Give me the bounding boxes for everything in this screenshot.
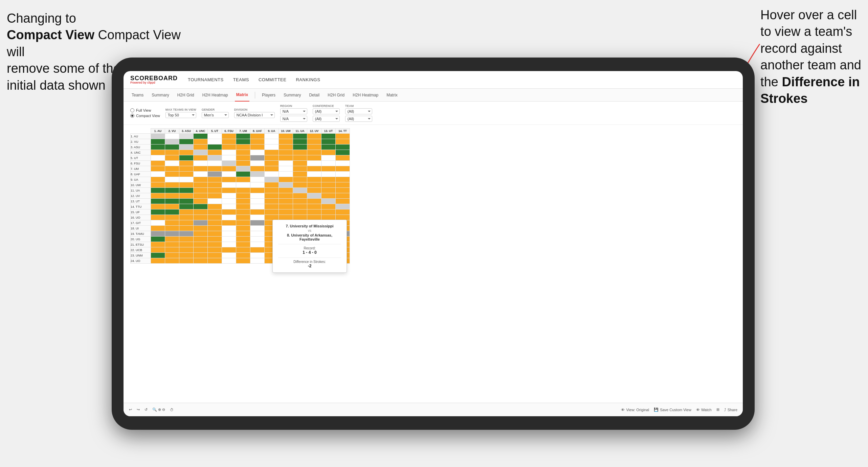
share-options-button[interactable]: ⊞ [716,407,719,412]
matrix-cell[interactable] [250,134,265,139]
matrix-cell[interactable] [279,177,293,182]
matrix-cell[interactable] [293,150,307,155]
matrix-cell[interactable] [336,134,350,139]
matrix-cell[interactable] [222,150,236,155]
matrix-cell[interactable] [321,188,336,193]
gender-select[interactable]: Men's [202,112,229,118]
matrix-cell[interactable] [279,150,293,155]
matrix-cell[interactable] [194,139,208,144]
matrix-cell[interactable] [250,237,265,242]
matrix-cell[interactable] [165,258,179,264]
matrix-cell[interactable] [194,188,208,193]
matrix-cell[interactable] [165,220,179,226]
matrix-cell[interactable] [151,215,165,220]
matrix-cell[interactable] [222,226,236,231]
matrix-cell[interactable] [236,258,250,264]
matrix-cell[interactable] [236,193,250,199]
sub-nav-players[interactable]: Players [261,89,277,102]
matrix-cell[interactable] [165,161,179,166]
matrix-cell[interactable] [279,182,293,188]
matrix-cell[interactable] [179,209,194,215]
matrix-cell[interactable] [321,166,336,172]
matrix-cell[interactable] [165,237,179,242]
matrix-cell[interactable] [279,209,293,215]
matrix-cell[interactable] [208,199,222,204]
matrix-cell[interactable] [265,204,279,209]
matrix-cell[interactable] [208,193,222,199]
matrix-cell[interactable] [293,193,307,199]
matrix-cell[interactable] [293,199,307,204]
matrix-cell[interactable] [151,220,165,226]
matrix-cell[interactable] [179,231,194,237]
matrix-cell[interactable] [165,134,179,139]
matrix-cell[interactable] [279,144,293,150]
matrix-cell[interactable] [194,193,208,199]
matrix-cell[interactable] [307,188,321,193]
matrix-cell[interactable] [307,155,321,161]
nav-tournaments[interactable]: TOURNAMENTS [188,77,224,82]
matrix-cell[interactable] [179,139,194,144]
matrix-cell[interactable] [307,182,321,188]
matrix-cell[interactable] [194,182,208,188]
matrix-cell[interactable] [208,161,222,166]
matrix-cell[interactable] [250,188,265,193]
matrix-cell[interactable] [279,204,293,209]
matrix-cell[interactable] [279,139,293,144]
sub-nav-h2h-heatmap-left[interactable]: H2H Heatmap [201,89,229,102]
matrix-cell[interactable] [293,177,307,182]
matrix-cell[interactable] [222,182,236,188]
sub-nav-summary-left[interactable]: Summary [150,89,170,102]
matrix-cell[interactable] [151,258,165,264]
matrix-cell[interactable] [336,188,350,193]
matrix-cell[interactable] [265,144,279,150]
matrix-cell[interactable] [194,231,208,237]
matrix-cell[interactable] [336,204,350,209]
matrix-cell[interactable] [293,144,307,150]
matrix-cell[interactable] [208,242,222,247]
matrix-cell[interactable] [179,177,194,182]
matrix-cell[interactable] [307,134,321,139]
matrix-cell[interactable] [165,172,179,177]
matrix-cell[interactable] [265,155,279,161]
matrix-cell[interactable] [165,253,179,258]
matrix-cell[interactable] [321,193,336,199]
matrix-cell[interactable] [307,150,321,155]
matrix-cell[interactable] [222,155,236,161]
matrix-cell[interactable] [151,144,165,150]
matrix-cell[interactable] [321,139,336,144]
matrix-cell[interactable] [279,134,293,139]
matrix-cell[interactable] [222,134,236,139]
matrix-cell[interactable] [165,139,179,144]
sub-nav-h2h-grid-left[interactable]: H2H Grid [176,89,196,102]
matrix-cell[interactable] [250,215,265,220]
matrix-cell[interactable] [208,134,222,139]
matrix-cell[interactable] [208,144,222,150]
matrix-cell[interactable] [250,242,265,247]
matrix-cell[interactable] [179,226,194,231]
matrix-cell[interactable] [165,204,179,209]
matrix-cell[interactable] [179,172,194,177]
sub-nav-detail[interactable]: Detail [308,89,321,102]
matrix-cell[interactable] [222,177,236,182]
matrix-cell[interactable] [179,182,194,188]
matrix-cell[interactable] [179,199,194,204]
matrix-cell[interactable] [208,177,222,182]
matrix-cell[interactable] [194,172,208,177]
matrix-cell[interactable] [222,188,236,193]
max-teams-select[interactable]: Top 50 [165,112,196,118]
full-view-option[interactable]: Full View [130,108,160,112]
matrix-cell[interactable] [321,182,336,188]
matrix-cell[interactable] [208,215,222,220]
matrix-cell[interactable] [151,242,165,247]
matrix-cell[interactable] [208,172,222,177]
matrix-cell[interactable] [336,193,350,199]
sub-nav-h2h-heatmap-right[interactable]: H2H Heatmap [351,89,380,102]
matrix-cell[interactable] [194,144,208,150]
matrix-cell[interactable] [321,209,336,215]
matrix-cell[interactable] [194,247,208,253]
matrix-cell[interactable] [293,209,307,215]
matrix-cell[interactable] [179,204,194,209]
matrix-cell[interactable] [336,199,350,204]
matrix-cell[interactable] [293,139,307,144]
matrix-cell[interactable] [265,188,279,193]
